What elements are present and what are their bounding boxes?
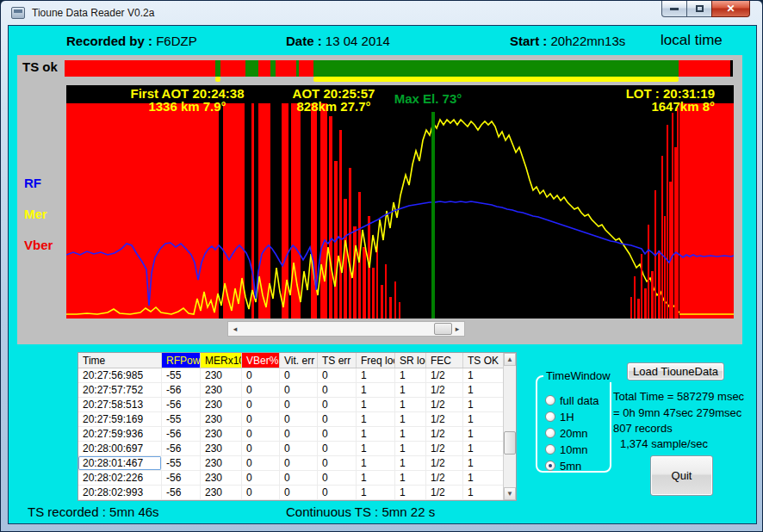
table-cell[interactable]: 0 <box>318 442 357 455</box>
table-cell[interactable]: 1 <box>357 368 395 382</box>
table-cell[interactable]: 1/2 <box>426 486 463 499</box>
chart-scrollbar-thumb[interactable] <box>434 323 452 335</box>
table-cell[interactable]: -56 <box>162 486 201 499</box>
chart-horizontal-scrollbar[interactable]: ◂ ▸ <box>227 321 465 337</box>
table-cell[interactable]: 1 <box>463 383 505 397</box>
table-cell[interactable]: 1 <box>395 427 426 441</box>
table-cell[interactable]: 1 <box>463 471 505 485</box>
scroll-up-icon[interactable]: ▲ <box>504 353 516 366</box>
table-cell[interactable]: 0 <box>318 398 357 411</box>
table-row[interactable]: 20:27:59:936-56230000111/21 <box>78 427 516 442</box>
table-cell[interactable]: 20:28:00:697 <box>78 442 162 455</box>
table-cell[interactable]: -56 <box>162 383 201 397</box>
close-button[interactable]: ✕ <box>711 1 750 17</box>
table-cell[interactable]: 0 <box>318 412 357 426</box>
radio-icon[interactable] <box>545 461 555 471</box>
maximize-button[interactable] <box>687 1 711 17</box>
table-cell[interactable]: 1 <box>395 486 426 499</box>
table-cell[interactable]: 1 <box>357 427 395 441</box>
radio-icon[interactable] <box>545 411 555 422</box>
table-cell[interactable]: 0 <box>318 471 357 485</box>
table-row[interactable]: 20:27:56:985-55230000111/21 <box>78 368 516 383</box>
table-cell[interactable]: 1/2 <box>426 456 463 470</box>
table-cell[interactable]: 1/2 <box>426 412 463 426</box>
time-window-option-1H[interactable]: 1H <box>545 411 574 423</box>
radio-icon[interactable] <box>545 395 555 405</box>
table-row[interactable]: 20:27:59:169-55230000111/21 <box>78 412 516 427</box>
table-cell[interactable]: 1/2 <box>426 427 463 441</box>
table-cell[interactable]: -56 <box>162 427 201 441</box>
table-cell[interactable]: 20:27:57:752 <box>78 383 162 397</box>
table-cell[interactable]: -56 <box>162 471 201 485</box>
table-cell[interactable]: 0 <box>280 456 318 470</box>
table-cell[interactable]: 0 <box>280 427 318 441</box>
table-cell[interactable]: 0 <box>242 427 280 441</box>
table-cell[interactable]: 1 <box>463 486 505 499</box>
table-cell[interactable]: 0 <box>242 368 280 382</box>
table-cell[interactable]: 20:28:01:467 <box>78 456 162 470</box>
table-cell[interactable]: 0 <box>242 456 280 470</box>
table-cell[interactable]: 20:28:02:226 <box>78 471 162 485</box>
table-cell[interactable]: 20:28:02:993 <box>78 486 162 499</box>
scroll-right-icon[interactable]: ▸ <box>450 322 464 336</box>
table-cell[interactable]: 1/2 <box>426 442 463 455</box>
table-cell[interactable]: 0 <box>280 471 318 485</box>
table-cell[interactable]: -55 <box>162 456 201 470</box>
table-cell[interactable]: -56 <box>162 398 201 411</box>
load-tiounedata-button[interactable]: Load TiouneData <box>627 362 724 380</box>
table-cell[interactable]: 0 <box>242 471 280 485</box>
table-cell[interactable]: 20:27:59:169 <box>78 412 162 426</box>
radio-icon[interactable] <box>545 428 555 438</box>
table-cell[interactable]: 1 <box>395 383 426 397</box>
title-bar[interactable]: Tioune Data Reader V0.2a ✕ <box>1 1 762 25</box>
table-cell[interactable]: 230 <box>201 412 242 426</box>
table-cell[interactable]: 1 <box>395 442 426 455</box>
table-cell[interactable]: 1 <box>463 368 505 382</box>
table-cell[interactable]: 1/2 <box>426 398 463 411</box>
table-cell[interactable]: 1 <box>357 412 395 426</box>
table-cell[interactable]: 20:27:59:936 <box>78 427 162 441</box>
table-cell[interactable]: 230 <box>201 471 242 485</box>
table-row[interactable]: 20:28:00:697-56230000111/21 <box>78 442 516 456</box>
table-cell[interactable]: 20:27:58:513 <box>78 398 162 411</box>
table-cell[interactable]: 0 <box>318 427 357 441</box>
table-row[interactable]: 20:28:02:226-56230000111/21 <box>78 471 516 486</box>
table-cell[interactable]: 1 <box>357 383 395 397</box>
table-cell[interactable]: -55 <box>162 368 201 382</box>
table-vertical-scrollbar[interactable]: ▲ ▼ <box>503 353 516 500</box>
table-cell[interactable]: 1 <box>357 398 395 411</box>
table-cell[interactable]: -55 <box>162 412 201 426</box>
table-cell[interactable]: 0 <box>318 368 357 382</box>
table-cell[interactable]: 0 <box>318 486 357 499</box>
table-cell[interactable]: 1 <box>395 456 426 470</box>
table-cell[interactable]: -56 <box>162 442 201 455</box>
table-scrollbar-thumb[interactable] <box>504 431 516 455</box>
time-window-option-full-data[interactable]: full data <box>545 394 599 406</box>
table-cell[interactable]: 1/2 <box>426 368 463 382</box>
table-cell[interactable]: 230 <box>201 383 242 397</box>
table-cell[interactable]: 1 <box>357 486 395 499</box>
table-cell[interactable]: 1 <box>357 471 395 485</box>
table-cell[interactable]: 0 <box>280 442 318 455</box>
table-cell[interactable]: 1 <box>463 442 505 455</box>
table-cell[interactable]: 0 <box>318 456 357 470</box>
table-cell[interactable]: 0 <box>280 368 318 382</box>
table-cell[interactable]: 1 <box>395 412 426 426</box>
table-cell[interactable]: 0 <box>242 383 280 397</box>
table-cell[interactable]: 1 <box>463 412 505 426</box>
table-cell[interactable]: 230 <box>201 398 242 411</box>
table-cell[interactable]: 1 <box>395 398 426 411</box>
table-row[interactable]: 20:27:57:752-56230000111/21 <box>78 383 516 398</box>
table-row[interactable]: 20:28:02:993-56230000111/21 <box>78 486 516 500</box>
table-cell[interactable]: 230 <box>201 442 242 455</box>
table-cell[interactable]: 1/2 <box>426 383 463 397</box>
table-cell[interactable]: 230 <box>201 486 242 499</box>
scroll-left-icon[interactable]: ◂ <box>228 322 242 336</box>
table-cell[interactable]: 230 <box>201 368 242 382</box>
table-cell[interactable]: 0 <box>242 442 280 455</box>
table-cell[interactable]: 0 <box>280 398 318 411</box>
time-window-option-5mn[interactable]: 5mn <box>545 460 581 472</box>
table-cell[interactable]: 1 <box>395 471 426 485</box>
time-window-option-10mn[interactable]: 10mn <box>545 443 588 455</box>
table-cell[interactable]: 1 <box>357 456 395 470</box>
